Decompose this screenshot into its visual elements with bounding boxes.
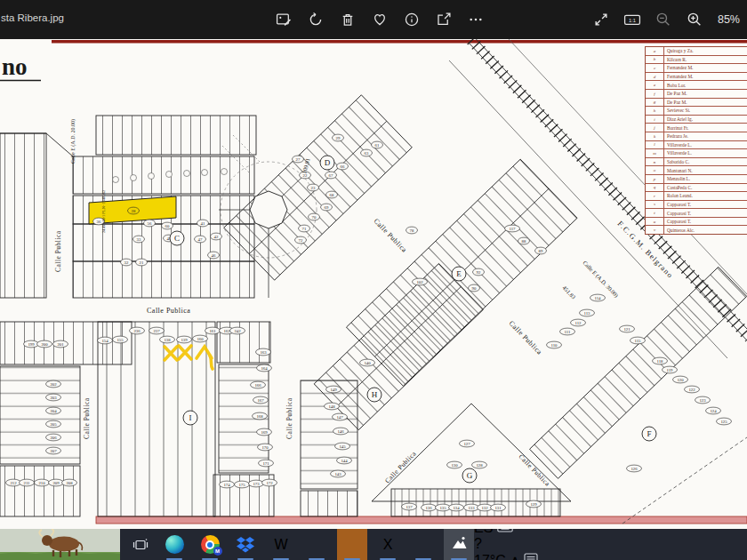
image-viewer[interactable]: no <box>0 39 747 529</box>
taskbar-app-opera[interactable] <box>337 529 367 560</box>
heart-icon <box>372 12 388 28</box>
legend-key: l <box>646 141 664 149</box>
legend-owner-name: Fernandez M. <box>664 64 747 72</box>
language-indicator[interactable]: ES <box>474 529 493 535</box>
svg-text:120: 120 <box>677 378 684 382</box>
svg-text:F: F <box>647 429 651 438</box>
legend-key: e <box>646 81 664 89</box>
notification-panel-icon[interactable] <box>524 552 540 560</box>
taskbar-app-chrome[interactable]: M <box>195 529 225 560</box>
svg-text:242: 242 <box>234 329 241 333</box>
svg-text:E: E <box>456 269 462 278</box>
temperature[interactable]: 17°C <box>474 553 506 560</box>
keyboard-icon[interactable] <box>497 529 513 532</box>
share-icon <box>436 12 452 28</box>
legend-owner-name: Villaverde L. <box>664 149 747 157</box>
taskbar-app-excel[interactable]: X <box>373 529 403 560</box>
help-tray-icon[interactable]: ? <box>474 536 534 552</box>
svg-text:41: 41 <box>201 221 205 226</box>
info-button[interactable] <box>402 10 422 29</box>
rotate-button[interactable] <box>306 10 325 29</box>
svg-text:111: 111 <box>565 330 571 334</box>
legend-owner-name: Capporosi T. <box>664 209 747 217</box>
lot-number: 21 <box>136 259 148 266</box>
photos-toolbar <box>274 0 486 39</box>
legend-row: jBarrinat Fr. <box>646 124 747 132</box>
task-view-button[interactable] <box>127 529 154 560</box>
svg-text:124: 124 <box>710 409 717 413</box>
lot-number: 41 <box>197 220 209 227</box>
legend-key: k <box>646 132 664 140</box>
excel-icon: X <box>383 537 393 553</box>
bull-photo <box>0 529 120 560</box>
block-letter-I: I <box>183 411 197 425</box>
ellipsis-icon <box>468 12 484 28</box>
svg-text:46: 46 <box>212 253 216 258</box>
taskbar-app-paint3d[interactable] <box>408 529 438 560</box>
more-options-button[interactable] <box>466 10 486 29</box>
lot-number: 113 <box>580 309 595 316</box>
lot-number: 212 <box>6 479 21 486</box>
lot-number: 211 <box>20 479 35 486</box>
svg-text:129: 129 <box>530 502 537 507</box>
legend-owner-name: Diaz Ariel Ig. <box>664 116 747 124</box>
lot-number: 29 <box>333 134 344 141</box>
svg-text:202: 202 <box>50 382 57 387</box>
taskbar-app-photos[interactable] <box>444 529 474 560</box>
svg-text:63: 63 <box>365 151 369 156</box>
svg-text:161: 161 <box>209 329 216 333</box>
lot-number: 203 <box>46 394 61 401</box>
fullscreen-button[interactable] <box>591 10 611 29</box>
lot-number: 61 <box>372 141 383 148</box>
svg-text:Calle Publica: Calle Publica <box>83 397 91 439</box>
taskbar-app-edge[interactable] <box>159 529 189 560</box>
actual-size-button[interactable]: 1:1 <box>622 10 642 29</box>
lot-number: 236 <box>130 327 145 334</box>
svg-text:146: 146 <box>337 429 344 434</box>
lot-number: 136 <box>422 504 437 511</box>
legend-row: lVillaverde L. <box>646 141 747 150</box>
taskbar: M W X ES ? 17°C <box>0 529 747 560</box>
share-button[interactable] <box>434 10 454 29</box>
taskbar-app-dropbox[interactable] <box>230 529 261 560</box>
delete-button[interactable] <box>338 10 357 29</box>
svg-text:131: 131 <box>494 506 502 510</box>
info-icon <box>404 12 420 28</box>
lot-number: 210 <box>35 479 50 486</box>
lot-number: 204 <box>46 407 61 414</box>
taskbar-app-word[interactable]: W <box>266 529 296 560</box>
lot-number: 127 <box>460 440 475 447</box>
svg-text:H: H <box>372 390 378 399</box>
svg-text:71: 71 <box>302 227 307 231</box>
svg-text:66: 66 <box>341 164 345 169</box>
svg-text:24.493-M-1 PL.Nº 1340.262: 24.493-M-1 PL.Nº 1340.262 <box>101 190 106 233</box>
svg-text:110: 110 <box>550 343 558 348</box>
one-to-one-icon: 1:1 <box>623 12 641 28</box>
lot-number: 72 <box>295 236 307 244</box>
edit-image-button[interactable] <box>274 10 293 29</box>
zoom-out-button[interactable] <box>654 10 673 29</box>
legend-owner-name: Quinteros Alc. <box>664 226 747 234</box>
lot-number: 137 <box>402 503 417 510</box>
favorite-button[interactable] <box>370 10 390 29</box>
svg-text:173: 173 <box>253 482 260 486</box>
legend-key: c <box>646 64 664 72</box>
svg-text:126: 126 <box>631 467 638 471</box>
zoom-in-button[interactable] <box>685 10 704 29</box>
svg-text:205: 205 <box>50 422 57 427</box>
svg-text:60: 60 <box>165 224 170 228</box>
search-highlight-image[interactable] <box>0 529 120 560</box>
svg-text:208: 208 <box>66 481 73 485</box>
edit-image-icon <box>276 12 292 28</box>
lot-number: 166 <box>251 381 266 388</box>
svg-text:148: 148 <box>328 404 335 409</box>
block-letter-H: H <box>367 388 382 402</box>
legend-owner-name: Capporosi T. <box>664 218 747 226</box>
fullscreen-icon <box>593 12 609 28</box>
tray-expand-chevron[interactable]: ∧ <box>510 553 520 560</box>
legend-row: eBoba Lor. <box>646 81 747 90</box>
svg-text:163: 163 <box>260 350 267 355</box>
taskbar-app-file-explorer[interactable] <box>301 529 332 560</box>
lot-number: 132 <box>478 504 493 511</box>
legend-row: hSevievec Si. <box>646 107 747 116</box>
